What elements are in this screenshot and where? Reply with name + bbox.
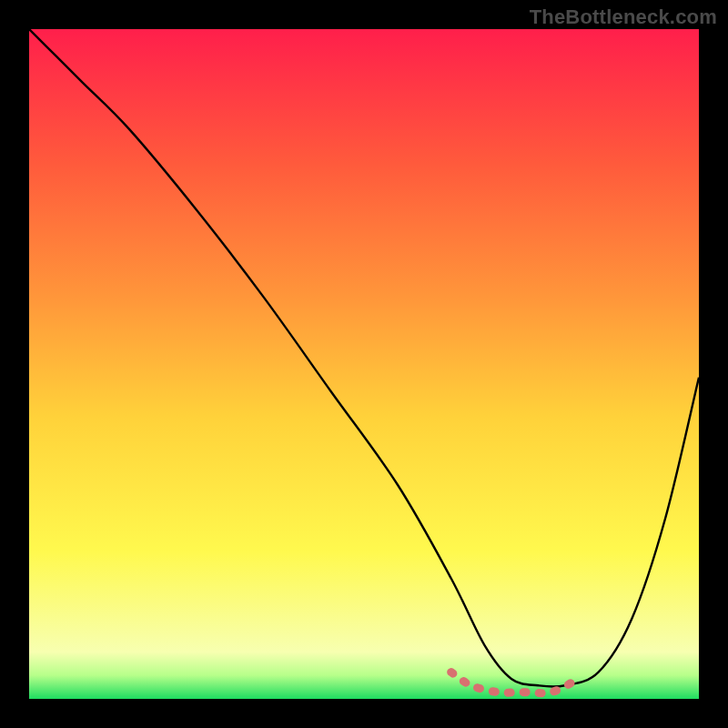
plot-area: [29, 29, 699, 699]
watermark-label: TheBottleneck.com: [530, 5, 717, 29]
chart-container: TheBottleneck.com: [0, 0, 728, 728]
chart-svg: [29, 29, 699, 699]
